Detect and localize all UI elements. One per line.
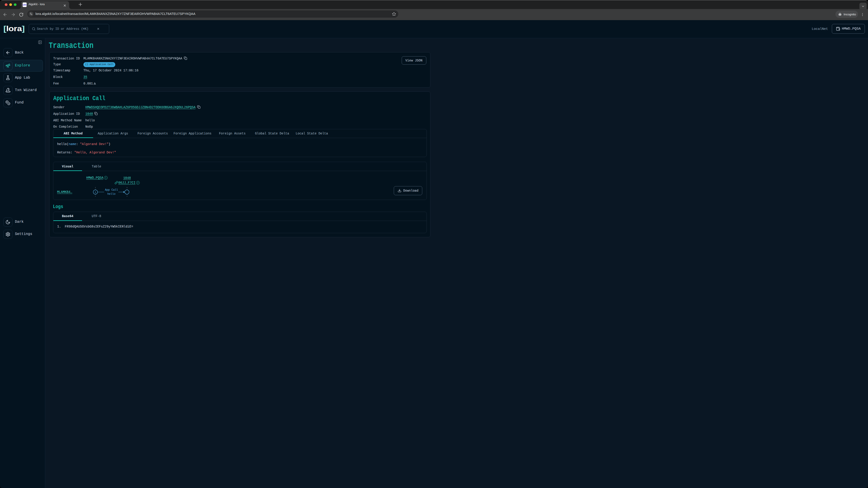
svg-text:1: 1 <box>94 191 96 194</box>
